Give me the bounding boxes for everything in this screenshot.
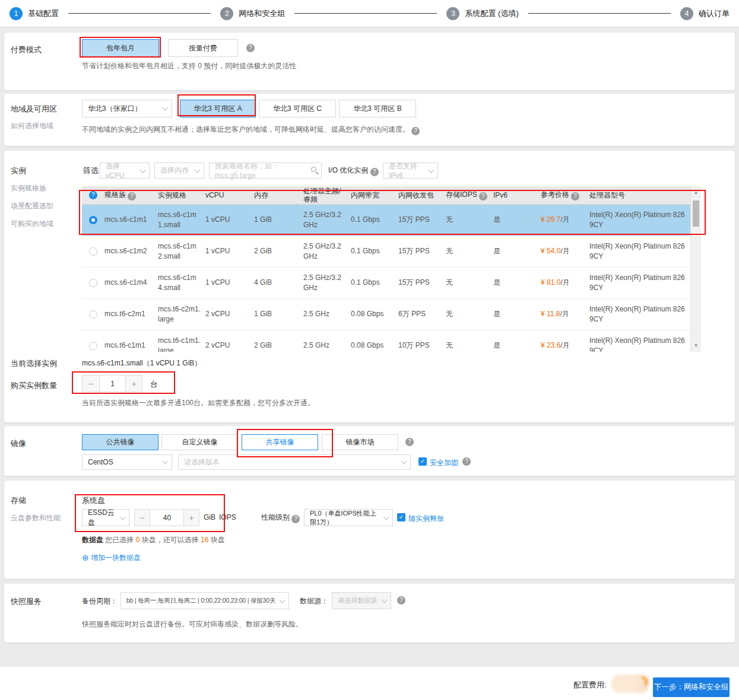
search-icon[interactable] [311, 167, 316, 172]
cell-price: ¥ 81.0/月 [541, 278, 589, 288]
zone-c-button[interactable]: 华北3 可用区 C [259, 100, 336, 117]
side-link-regions[interactable]: 可购买的地域 [11, 219, 53, 229]
security-hardening-checkbox[interactable]: ✓ [418, 457, 427, 466]
column-header: 内网收发包 [398, 191, 446, 199]
table-row[interactable]: mcs.s6-c1m1mcs.s6-c1m1.small1 vCPU1 GiB2… [82, 205, 690, 236]
cell-price: ¥ 23.6/月 [541, 341, 589, 351]
row-radio-button[interactable] [89, 342, 97, 350]
table-help-icon[interactable]: ? [89, 191, 97, 199]
column-header: 参考价格? [541, 190, 589, 201]
perf-level-select[interactable]: PL0（单盘IOPS性能上限1万） [304, 509, 393, 526]
zone-a-button[interactable]: 华北3 可用区 A [180, 100, 256, 117]
vcpu-filter-select[interactable]: 选择vCPU [100, 163, 150, 179]
table-row[interactable]: mcs.s6-c1m2mcs.s6-c1m2.small1 vCPU2 GiB2… [82, 236, 690, 268]
disk-size-input[interactable]: 40 [150, 509, 184, 526]
image-help-icon[interactable]: ? [405, 438, 414, 446]
perf-help-icon[interactable]: ? [291, 515, 300, 523]
next-step-button[interactable]: 下一步：网络和安全组 [653, 677, 730, 697]
cell-freq: 2.5 GHz [303, 341, 351, 351]
row-radio-button[interactable] [89, 216, 97, 224]
region-help-link[interactable]: 如何选择地域 [11, 121, 53, 131]
step-connector [294, 13, 437, 14]
chevron-down-icon [163, 459, 169, 464]
spec-search-input[interactable]: 搜索规格名称，如：mcs.g5.large [209, 163, 322, 179]
chevron-down-icon [429, 167, 434, 173]
step-label: 确认订单 [699, 8, 730, 19]
cell-iops: 无 [446, 246, 493, 256]
cell-mem: 2 GiB [254, 246, 303, 256]
step-confirm-order[interactable]: 4 确认订单 [680, 7, 730, 20]
quantity-input[interactable]: 1 [100, 375, 125, 392]
side-link-spec-family[interactable]: 实例规格族 [11, 183, 46, 193]
os-select[interactable]: CentOS [82, 454, 172, 470]
ecs-purchase-page: 1 基础配置 2 网络和安全组 3 系统配置 (选填) 4 确认订单 付费模式 … [0, 0, 739, 700]
filter-label: 筛选 [83, 166, 99, 176]
cost-arc-decoration [637, 676, 649, 688]
spec-table: ?规格族?实例规格vCPU内存处理器主频/睿频内网带宽内网收发包存储IOPS?I… [82, 186, 701, 352]
quantity-note: 当前所选实例规格一次最多开通100台。如需更多配额，您可分多次开通。 [82, 398, 315, 408]
backup-cycle-select[interactable]: bb | 每周一,每周日,每周二 | 0:00,22:00,23:00 | 保留… [120, 592, 289, 609]
payment-option-prepaid[interactable]: 包年包月 [82, 39, 159, 57]
scroll-down-icon[interactable]: ▼ [691, 343, 701, 348]
cell-family: mcs.s6-c1m2 [104, 246, 158, 256]
tab-shared-image[interactable]: 共享镜像 [242, 434, 318, 450]
ipv6-filter-select[interactable]: 是否支持IPv6 [383, 163, 438, 179]
scroll-up-icon[interactable]: ▲ [691, 190, 701, 195]
side-link-scenario[interactable]: 场景配置选型 [11, 201, 53, 211]
row-radio-button[interactable] [89, 279, 97, 287]
chevron-down-icon [401, 459, 407, 464]
row-radio-button[interactable] [89, 310, 97, 319]
tab-image-market[interactable]: 镜像市场 [322, 434, 398, 450]
zone-b-button[interactable]: 华北3 可用区 B [339, 100, 416, 117]
table-scrollbar[interactable]: ▲ ▼ [690, 186, 701, 352]
quantity-plus-button[interactable]: + [125, 375, 142, 392]
step-network[interactable]: 2 网络和安全组 [220, 7, 285, 20]
table-row[interactable]: mcs.s6-c1m4mcs.s6-c1m4.small1 vCPU4 GiB2… [82, 268, 690, 299]
disk-params-link[interactable]: 云盘参数和性能 [11, 513, 61, 523]
quantity-minus-button[interactable]: − [82, 375, 100, 392]
table-row[interactable]: mcs.t6-c2m1mcs.t6-c2m1.large2 vCPU1 GiB2… [82, 299, 690, 330]
cell-price: ¥ 11.8/月 [541, 309, 589, 319]
tab-public-image[interactable]: 公共镜像 [82, 434, 158, 450]
release-with-instance-checkbox[interactable]: ✓ [397, 513, 405, 521]
table-row[interactable]: mcs.t6-c1m1mcs.t6-c1m1.large2 vCPU2 GiB2… [82, 330, 690, 352]
chevron-down-icon [382, 597, 388, 603]
column-help-icon[interactable]: ? [128, 192, 136, 201]
scrollbar-thumb[interactable] [693, 201, 699, 227]
region-card: 地域及可用区 如何选择地域 华北3（张家口） 华北3 可用区 A 华北3 可用区… [4, 94, 735, 146]
cell-pps: 10万 PPS [398, 341, 446, 351]
cell-freq: 2.5 GHz/3.2 GHz [303, 273, 351, 294]
step-basic-config[interactable]: 1 基础配置 [9, 7, 59, 20]
cell-family: mcs.t6-c2m1 [104, 309, 158, 319]
snapshot-card: 快照服务 备份周期： bb | 每周一,每周日,每周二 | 0:00,22:00… [4, 584, 735, 642]
os-version-select[interactable]: 请选择版本 [178, 454, 411, 470]
disk-size-plus-button[interactable]: + [183, 509, 199, 526]
column-help-icon[interactable]: ? [571, 192, 579, 201]
cell-mem: 4 GiB [254, 278, 303, 288]
step-number: 4 [680, 7, 693, 20]
io-help-icon[interactable]: ? [370, 168, 379, 176]
step-number: 2 [220, 7, 233, 20]
payment-help-icon[interactable]: ? [246, 44, 255, 52]
data-source-select[interactable]: 请选择数据源 [332, 592, 391, 609]
cell-iops: 无 [446, 215, 493, 225]
instance-card: 实例 筛选 选择vCPU 选择内存 搜索规格名称，如：mcs.g5.large … [4, 151, 735, 422]
snapshot-help-icon[interactable]: ? [397, 596, 405, 604]
step-label: 网络和安全组 [239, 8, 285, 19]
security-help-icon[interactable]: ? [462, 457, 471, 466]
memory-filter-select[interactable]: 选择内存 [154, 163, 204, 179]
payment-option-postpaid[interactable]: 按量付费 [168, 39, 238, 57]
add-data-disk-button[interactable]: ⊕ 增加一块数据盘 [82, 553, 141, 563]
row-radio-button[interactable] [89, 247, 97, 256]
step-system-config[interactable]: 3 系统配置 (选填) [446, 7, 518, 20]
tab-custom-image[interactable]: 自定义镜像 [161, 434, 238, 450]
current-instance-value: mcs.s6-c1m1.small（1 vCPU 1 GiB） [82, 358, 201, 368]
region-select[interactable]: 华北3（张家口） [82, 100, 172, 117]
cell-cpu: Intel(R) Xeon(R) Platinum 8269CY [589, 241, 690, 262]
instance-label: 实例 [11, 166, 26, 176]
disk-type-select[interactable]: ESSD云盘 [82, 509, 129, 526]
column-help-icon[interactable]: ? [479, 192, 487, 201]
spec-table-body: mcs.s6-c1m1mcs.s6-c1m1.small1 vCPU1 GiB2… [82, 205, 690, 352]
region-note-help-icon[interactable]: ? [411, 127, 420, 135]
disk-size-minus-button[interactable]: − [134, 509, 150, 526]
